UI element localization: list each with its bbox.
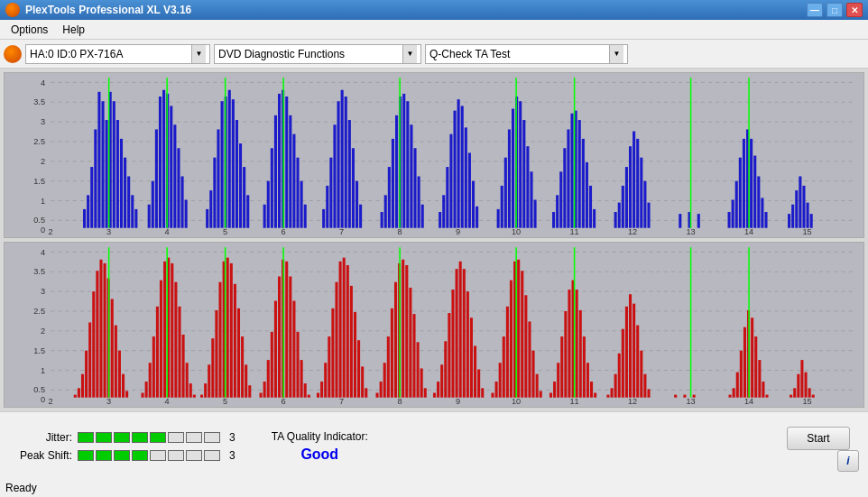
svg-rect-335 bbox=[586, 363, 589, 398]
svg-rect-305 bbox=[463, 269, 466, 398]
drive-select[interactable]: HA:0 ID:0 PX-716A ▼ bbox=[25, 44, 210, 64]
svg-rect-300 bbox=[444, 341, 447, 397]
svg-rect-366 bbox=[797, 374, 799, 398]
svg-rect-158 bbox=[750, 139, 753, 228]
app-title: PlexTools Professional XL V3.16 bbox=[25, 4, 191, 16]
peak-shift-bar-seg-2 bbox=[96, 450, 112, 461]
svg-rect-231 bbox=[160, 281, 162, 398]
info-button[interactable]: i bbox=[837, 450, 859, 472]
svg-text:2.5: 2.5 bbox=[33, 137, 45, 146]
svg-rect-254 bbox=[248, 385, 251, 398]
svg-rect-131 bbox=[567, 129, 569, 227]
svg-rect-239 bbox=[189, 383, 192, 398]
svg-rect-100 bbox=[406, 101, 409, 227]
svg-text:5: 5 bbox=[223, 397, 227, 406]
svg-rect-51 bbox=[162, 90, 165, 228]
svg-rect-255 bbox=[260, 393, 263, 398]
ta-quality-value: Good bbox=[300, 446, 338, 463]
svg-rect-316 bbox=[510, 281, 512, 398]
svg-rect-146 bbox=[640, 158, 642, 228]
svg-rect-225 bbox=[125, 391, 128, 398]
svg-rect-367 bbox=[800, 360, 803, 398]
svg-rect-32 bbox=[83, 209, 86, 228]
svg-rect-213 bbox=[81, 374, 84, 398]
top-chart: 4 3.5 3 2.5 2 1.5 1 0.5 0 2 3 4 5 6 7 8 … bbox=[4, 72, 864, 238]
close-button[interactable]: ✕ bbox=[846, 3, 863, 17]
test-select[interactable]: Q-Check TA Test ▼ bbox=[425, 44, 628, 64]
svg-rect-330 bbox=[568, 290, 570, 398]
maximize-button[interactable]: □ bbox=[826, 3, 843, 17]
titlebar: PlexTools Professional XL V3.16 — □ ✕ bbox=[0, 0, 868, 20]
svg-rect-115 bbox=[476, 207, 478, 228]
svg-rect-60 bbox=[213, 158, 216, 228]
svg-rect-318 bbox=[517, 260, 520, 398]
svg-rect-323 bbox=[536, 374, 539, 398]
jitter-bar-seg-5 bbox=[150, 432, 166, 443]
svg-rect-326 bbox=[553, 382, 556, 398]
svg-rect-234 bbox=[171, 263, 173, 398]
svg-rect-271 bbox=[324, 363, 327, 398]
svg-rect-339 bbox=[611, 388, 614, 397]
test-select-arrow: ▼ bbox=[609, 45, 623, 63]
start-button[interactable]: Start bbox=[787, 427, 850, 450]
svg-rect-312 bbox=[495, 382, 498, 398]
drive-select-value: HA:0 ID:0 PX-716A bbox=[30, 48, 191, 60]
metrics-area: Jitter: 3 Peak Shift: bbox=[9, 431, 235, 462]
svg-rect-40 bbox=[113, 101, 115, 227]
svg-rect-143 bbox=[629, 146, 632, 228]
svg-rect-250 bbox=[234, 284, 236, 398]
svg-text:13: 13 bbox=[686, 227, 695, 236]
svg-rect-62 bbox=[221, 101, 224, 227]
svg-rect-332 bbox=[576, 290, 578, 398]
svg-rect-340 bbox=[614, 374, 617, 398]
svg-rect-76 bbox=[285, 97, 288, 228]
svg-rect-45 bbox=[131, 195, 134, 227]
svg-text:7: 7 bbox=[339, 397, 344, 406]
svg-rect-92 bbox=[359, 205, 362, 228]
svg-rect-89 bbox=[348, 120, 351, 228]
svg-rect-80 bbox=[300, 181, 303, 228]
menu-options[interactable]: Options bbox=[4, 22, 55, 38]
svg-rect-268 bbox=[308, 395, 310, 398]
svg-text:2: 2 bbox=[41, 157, 45, 166]
svg-rect-82 bbox=[322, 209, 325, 228]
svg-rect-309 bbox=[477, 370, 480, 398]
jitter-label: Jitter: bbox=[9, 431, 72, 444]
svg-rect-69 bbox=[246, 195, 249, 227]
svg-rect-33 bbox=[87, 195, 89, 227]
svg-rect-341 bbox=[618, 354, 621, 398]
svg-rect-223 bbox=[118, 351, 121, 398]
minimize-button[interactable]: — bbox=[807, 3, 823, 17]
svg-rect-353 bbox=[729, 395, 732, 398]
peak-shift-value: 3 bbox=[229, 449, 235, 462]
svg-text:4: 4 bbox=[165, 227, 170, 236]
svg-rect-321 bbox=[528, 322, 531, 398]
svg-rect-276 bbox=[343, 258, 346, 398]
svg-rect-106 bbox=[442, 195, 445, 227]
svg-rect-57 bbox=[185, 199, 188, 227]
svg-rect-43 bbox=[124, 158, 126, 228]
svg-rect-122 bbox=[519, 101, 522, 227]
svg-rect-249 bbox=[230, 263, 233, 398]
svg-rect-162 bbox=[764, 212, 767, 228]
svg-rect-71 bbox=[267, 181, 270, 228]
svg-text:9: 9 bbox=[456, 397, 460, 406]
menu-help[interactable]: Help bbox=[55, 22, 92, 38]
function-select[interactable]: DVD Diagnostic Functions ▼ bbox=[214, 44, 421, 64]
svg-rect-350 bbox=[674, 395, 677, 398]
svg-rect-74 bbox=[278, 94, 281, 228]
svg-text:1.5: 1.5 bbox=[33, 346, 45, 355]
svg-rect-295 bbox=[420, 369, 423, 398]
svg-rect-38 bbox=[106, 120, 108, 228]
svg-rect-47 bbox=[148, 205, 151, 228]
svg-text:11: 11 bbox=[569, 397, 578, 406]
svg-rect-270 bbox=[320, 382, 323, 398]
svg-rect-229 bbox=[152, 336, 155, 398]
svg-rect-154 bbox=[735, 181, 738, 228]
svg-rect-145 bbox=[636, 139, 639, 228]
svg-rect-215 bbox=[88, 323, 91, 398]
svg-rect-86 bbox=[337, 101, 340, 227]
svg-rect-217 bbox=[96, 271, 98, 397]
svg-rect-49 bbox=[155, 129, 158, 227]
svg-text:2: 2 bbox=[49, 227, 53, 236]
